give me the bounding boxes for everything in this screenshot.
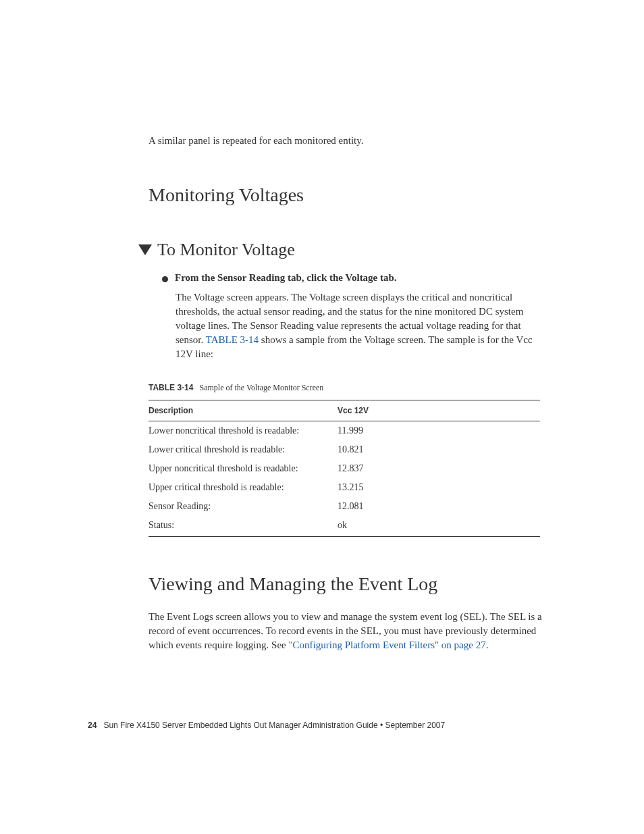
table-cell-desc: Lower critical threshold is readable:: [149, 440, 338, 459]
table-cell-desc: Sensor Reading:: [149, 497, 338, 516]
table-cell-val: ok: [338, 516, 540, 537]
table-header-row: Description Vcc 12V: [149, 400, 540, 421]
cross-reference-link[interactable]: "Configuring Platform Event Filters" on …: [288, 640, 485, 650]
table-label: TABLE 3-14: [149, 383, 193, 392]
intro-paragraph: A similar panel is repeated for each mon…: [149, 135, 543, 147]
body-paragraph-event-log: The Event Logs screen allows you to view…: [149, 610, 543, 652]
page-content: A similar panel is repeated for each mon…: [0, 0, 644, 693]
page-footer: 24 Sun Fire X4150 Server Embedded Lights…: [88, 721, 445, 730]
page-number: 24: [88, 721, 97, 730]
table-row: Status: ok: [149, 516, 540, 537]
triangle-down-icon: [138, 244, 152, 255]
table-row: Lower critical threshold is readable: 10…: [149, 440, 540, 459]
subsection-heading-row: To Monitor Voltage: [88, 240, 543, 260]
footer-text: Sun Fire X4150 Server Embedded Lights Ou…: [103, 721, 445, 730]
subsection-heading-to-monitor-voltage: To Monitor Voltage: [157, 240, 295, 260]
voltage-table: Description Vcc 12V Lower noncritical th…: [149, 400, 540, 537]
table-row: Lower noncritical threshold is readable:…: [149, 421, 540, 441]
table-row: Sensor Reading: 12.081: [149, 497, 540, 516]
table-caption-text: Sample of the Voltage Monitor Screen: [199, 383, 323, 392]
table-cell-val: 13.215: [338, 478, 540, 497]
table-cell-desc: Upper noncritical threshold is readable:: [149, 459, 338, 478]
table-cell-desc: Upper critical threshold is readable:: [149, 478, 338, 497]
table-header-description: Description: [149, 400, 338, 421]
para-text-after: .: [486, 640, 489, 650]
table-row: Upper noncritical threshold is readable:…: [149, 459, 540, 478]
body-paragraph-voltage: The Voltage screen appears. The Voltage …: [176, 290, 543, 361]
table-reference-link[interactable]: TABLE 3-14: [206, 334, 259, 345]
table-caption: TABLE 3-14 Sample of the Voltage Monitor…: [149, 383, 543, 393]
table-cell-val: 12.837: [338, 459, 540, 478]
table-cell-val: 10.821: [338, 440, 540, 459]
table-cell-val: 11.999: [338, 421, 540, 441]
table-header-vcc12v: Vcc 12V: [338, 400, 540, 421]
table-cell-val: 12.081: [338, 497, 540, 516]
section-heading-monitoring-voltages: Monitoring Voltages: [149, 184, 543, 206]
table-cell-desc: Status:: [149, 516, 338, 537]
bullet-text: From the Sensor Reading tab, click the V…: [175, 272, 397, 284]
bullet-icon: [162, 276, 168, 282]
bullet-item: From the Sensor Reading tab, click the V…: [162, 272, 543, 284]
section-heading-event-log: Viewing and Managing the Event Log: [149, 573, 543, 595]
table-cell-desc: Lower noncritical threshold is readable:: [149, 421, 338, 441]
table-row: Upper critical threshold is readable: 13…: [149, 478, 540, 497]
